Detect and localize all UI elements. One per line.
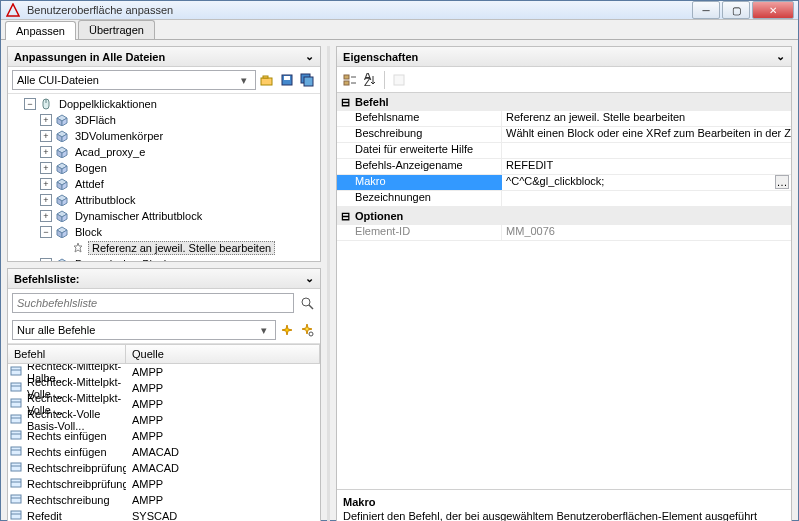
col-quelle[interactable]: Quelle: [126, 345, 320, 363]
svg-rect-13: [11, 383, 21, 391]
propertypages-button[interactable]: [390, 71, 408, 89]
svg-rect-23: [11, 463, 21, 471]
app-icon: [5, 2, 21, 18]
ellipsis-button[interactable]: …: [775, 175, 789, 189]
tree-label: Acad_proxy_e: [72, 146, 148, 158]
property-value[interactable]: Referenz an jeweil. Stelle bearbeiten: [502, 111, 791, 126]
property-name: Beschreibung: [337, 127, 502, 142]
categorized-button[interactable]: [341, 71, 359, 89]
property-row[interactable]: BefehlsnameReferenz an jeweil. Stelle be…: [337, 111, 791, 127]
category-expander[interactable]: ⊟: [339, 210, 351, 223]
tree-item[interactable]: +Attdef: [8, 176, 320, 192]
property-row[interactable]: Bezeichnungen: [337, 191, 791, 207]
window-title: Benutzeroberfläche anpassen: [27, 4, 692, 16]
list-item[interactable]: Rechts einfügenAMPP: [8, 428, 320, 444]
tree-expander[interactable]: +: [40, 194, 52, 206]
command-icon: [10, 413, 24, 427]
property-row[interactable]: Datei für erweiterte Hilfe: [337, 143, 791, 159]
tree-expander[interactable]: +: [40, 162, 52, 174]
filter-combo[interactable]: Nur alle Befehle ▾: [12, 320, 276, 340]
list-item[interactable]: Rechts einfügenAMACAD: [8, 444, 320, 460]
save-file-button[interactable]: [278, 71, 296, 89]
tree-expander[interactable]: +: [40, 114, 52, 126]
property-row[interactable]: Makro^C^C&gl_clickblock;…: [337, 175, 791, 191]
tree-item[interactable]: +Bogen: [8, 160, 320, 176]
search-icon[interactable]: [298, 294, 316, 312]
property-category[interactable]: ⊟Befehl: [337, 93, 791, 111]
chevron-down-icon: ▾: [257, 324, 271, 337]
list-item[interactable]: RechtschreibprüfungAMACAD: [8, 460, 320, 476]
minimize-button[interactable]: ─: [692, 1, 720, 19]
category-expander[interactable]: ⊟: [339, 96, 351, 109]
property-value[interactable]: ^C^C&gl_clickblock;…: [502, 175, 791, 190]
tree-label: 3DFläch: [72, 114, 119, 126]
properties-grid[interactable]: ⊟BefehlBefehlsnameReferenz an jeweil. St…: [337, 93, 791, 489]
col-befehl[interactable]: Befehl: [8, 345, 126, 363]
command-icon: [10, 477, 24, 491]
property-row[interactable]: Befehls-AnzeigenameREFEDIT: [337, 159, 791, 175]
tree-item[interactable]: +Dynamischer Block: [8, 256, 320, 261]
collapse-icon[interactable]: ⌄: [305, 50, 314, 63]
property-value[interactable]: MM_0076: [502, 225, 791, 240]
titlebar: Benutzeroberfläche anpassen ─ ▢ ✕: [1, 1, 798, 20]
tree-expander[interactable]: +: [40, 178, 52, 190]
tree-item[interactable]: Referenz an jeweil. Stelle bearbeiten: [8, 240, 320, 256]
command-list[interactable]: Rechteck-Mittelpkt-Halbe...AMPPRechteck-…: [8, 364, 320, 521]
tree-label: Attributblock: [72, 194, 139, 206]
alphabetical-button[interactable]: AZ: [361, 71, 379, 89]
tree-item[interactable]: −Doppelklickaktionen: [8, 96, 320, 112]
customizations-tree[interactable]: −Doppelklickaktionen+3DFläch+3DVolumenkö…: [8, 94, 320, 261]
command-icon: [10, 461, 24, 475]
tree-expander[interactable]: +: [40, 146, 52, 158]
svg-rect-27: [11, 495, 21, 503]
tree-node-icon: [55, 193, 69, 207]
property-name: Befehls-Anzeigename: [337, 159, 502, 174]
property-value[interactable]: [502, 191, 791, 206]
property-row[interactable]: Element-IDMM_0076: [337, 225, 791, 241]
new-command-button[interactable]: [278, 321, 296, 339]
tree-label: Referenz an jeweil. Stelle bearbeiten: [88, 241, 275, 255]
vertical-splitter[interactable]: [327, 46, 330, 521]
save-all-button[interactable]: [298, 71, 316, 89]
search-input[interactable]: [12, 293, 294, 313]
tab-uebertragen[interactable]: Übertragen: [78, 20, 155, 39]
list-item[interactable]: RechtschreibungAMPP: [8, 492, 320, 508]
svg-rect-1: [263, 76, 268, 78]
tree-node-icon: [55, 177, 69, 191]
tree-expander[interactable]: −: [24, 98, 36, 110]
find-command-button[interactable]: [298, 321, 316, 339]
property-row[interactable]: BeschreibungWählt einen Block oder eine …: [337, 127, 791, 143]
property-value[interactable]: REFEDIT: [502, 159, 791, 174]
list-item[interactable]: RechtschreibprüfungAMPP: [8, 476, 320, 492]
collapse-icon[interactable]: ⌄: [776, 50, 785, 63]
tree-item[interactable]: +3DFläch: [8, 112, 320, 128]
list-item[interactable]: Rechteck-Volle Basis-Voll...AMPP: [8, 412, 320, 428]
tree-item[interactable]: +3DVolumenkörper: [8, 128, 320, 144]
tree-expander[interactable]: +: [40, 258, 52, 261]
tree-expander[interactable]: +: [40, 130, 52, 142]
tree-node-icon: [55, 161, 69, 175]
tree-item[interactable]: +Attributblock: [8, 192, 320, 208]
svg-rect-29: [11, 511, 21, 519]
svg-line-9: [309, 305, 313, 309]
tree-label: Block: [72, 226, 105, 238]
tree-item[interactable]: −Block: [8, 224, 320, 240]
tree-expander[interactable]: +: [40, 210, 52, 222]
svg-rect-34: [344, 81, 349, 85]
cui-file-combo[interactable]: Alle CUI-Dateien ▾: [12, 70, 256, 90]
collapse-icon[interactable]: ⌄: [305, 272, 314, 285]
open-file-button[interactable]: [258, 71, 276, 89]
tree-expander[interactable]: −: [40, 226, 52, 238]
tree-item[interactable]: +Dynamischer Attributblock: [8, 208, 320, 224]
svg-rect-3: [284, 76, 290, 80]
commandlist-title: Befehlsliste:: [14, 273, 79, 285]
command-icon: [10, 493, 24, 507]
maximize-button[interactable]: ▢: [722, 1, 750, 19]
close-button[interactable]: ✕: [752, 1, 794, 19]
property-value[interactable]: [502, 143, 791, 158]
svg-rect-25: [11, 479, 21, 487]
property-category[interactable]: ⊟Optionen: [337, 207, 791, 225]
tab-anpassen[interactable]: Anpassen: [5, 21, 76, 40]
property-value[interactable]: Wählt einen Block oder eine XRef zum Bea…: [502, 127, 791, 142]
tree-item[interactable]: +Acad_proxy_e: [8, 144, 320, 160]
